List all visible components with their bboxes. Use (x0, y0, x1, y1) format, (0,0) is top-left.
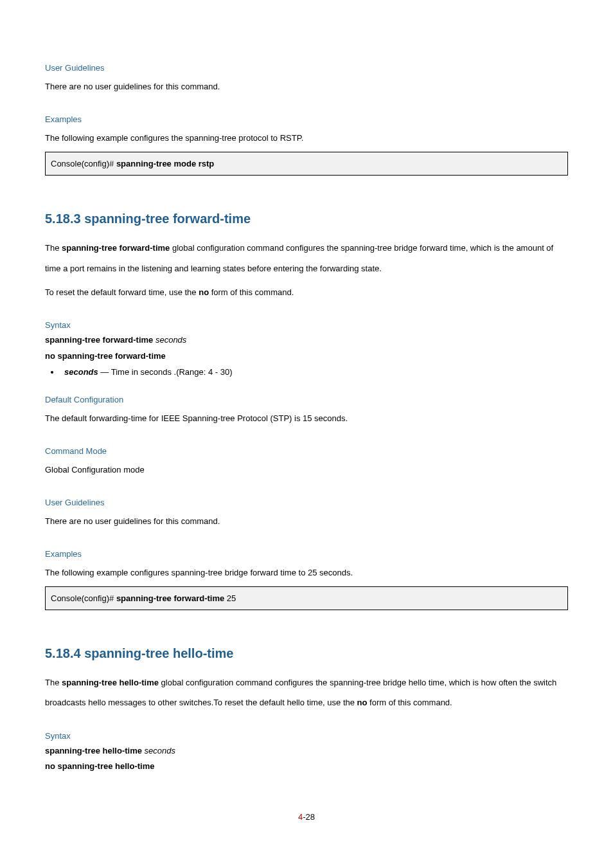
page-number-suffix: -28 (303, 812, 315, 822)
desc-hello-time: The spanning-tree hello-time global conf… (45, 673, 568, 712)
heading-examples-1: Examples (45, 114, 568, 124)
code-box-1: Console(config)# spanning-tree mode rstp (45, 152, 568, 176)
text-user-guidelines-2: There are no user guidelines for this co… (45, 511, 568, 531)
text-command-mode: Global Configuration mode (45, 460, 568, 480)
heading-examples-2: Examples (45, 549, 568, 559)
code-command-2: spanning-tree forward-time (116, 593, 227, 603)
syntax2-param: seconds (145, 746, 175, 755)
desc-pre-2: The (45, 678, 62, 687)
param-item-seconds: seconds — Time in seconds .(Range: 4 - 3… (60, 367, 568, 377)
code-prompt-1: Console(config)# (51, 159, 116, 168)
desc-bold-1: spanning-tree forward-time (62, 243, 170, 253)
syntax-line-3: spanning-tree hello-time seconds (45, 745, 568, 758)
heading-user-guidelines-1: User Guidelines (45, 63, 568, 73)
text-default-config: The default forwarding-time for IEEE Spa… (45, 408, 568, 428)
desc-forward-time-1: The spanning-tree forward-time global co… (45, 238, 568, 278)
text-example-2: The following example configures spannin… (45, 563, 568, 583)
desc2-post: form of this command. (209, 287, 294, 297)
page-number: 4-28 (45, 812, 568, 822)
desc-forward-time-2: To reset the default forward time, use t… (45, 282, 568, 302)
desc2-bold: no (199, 287, 209, 297)
code-arg-2: 25 (227, 593, 236, 603)
syntax-line-4: no spanning-tree hello-time (45, 760, 568, 773)
param-name-seconds: seconds (64, 367, 98, 377)
heading-user-guidelines-2: User Guidelines (45, 498, 568, 507)
desc-pre-1: The (45, 243, 62, 253)
desc2-pre: To reset the default forward time, use t… (45, 287, 199, 297)
section-title-forward-time: 5.18.3 spanning-tree forward-time (45, 212, 568, 226)
text-example-1: The following example configures the spa… (45, 128, 568, 148)
param-desc-seconds: — Time in seconds .(Range: 4 - 30) (98, 367, 233, 377)
code-prompt-2: Console(config)# (51, 593, 116, 603)
heading-default-config: Default Configuration (45, 395, 568, 404)
syntax-line-1: spanning-tree forward-time seconds (45, 334, 568, 347)
syntax2-cmd: spanning-tree hello-time (45, 746, 145, 755)
syntax1-param: seconds (155, 335, 186, 345)
desc-post-2: form of this command. (368, 698, 452, 707)
section-title-hello-time: 5.18.4 spanning-tree hello-time (45, 646, 568, 661)
text-user-guidelines-1: There are no user guidelines for this co… (45, 77, 568, 96)
syntax-line-2: no spanning-tree forward-time (45, 350, 568, 363)
heading-command-mode: Command Mode (45, 446, 568, 456)
param-list-1: seconds — Time in seconds .(Range: 4 - 3… (60, 367, 568, 377)
heading-syntax-1: Syntax (45, 320, 568, 330)
desc-bold-2: spanning-tree hello-time (62, 678, 159, 687)
desc-bold2-2: no (357, 698, 368, 707)
code-box-2: Console(config)# spanning-tree forward-t… (45, 586, 568, 610)
code-command-1: spanning-tree mode rstp (116, 159, 214, 168)
heading-syntax-2: Syntax (45, 731, 568, 741)
syntax1-cmd: spanning-tree forward-time (45, 335, 155, 345)
